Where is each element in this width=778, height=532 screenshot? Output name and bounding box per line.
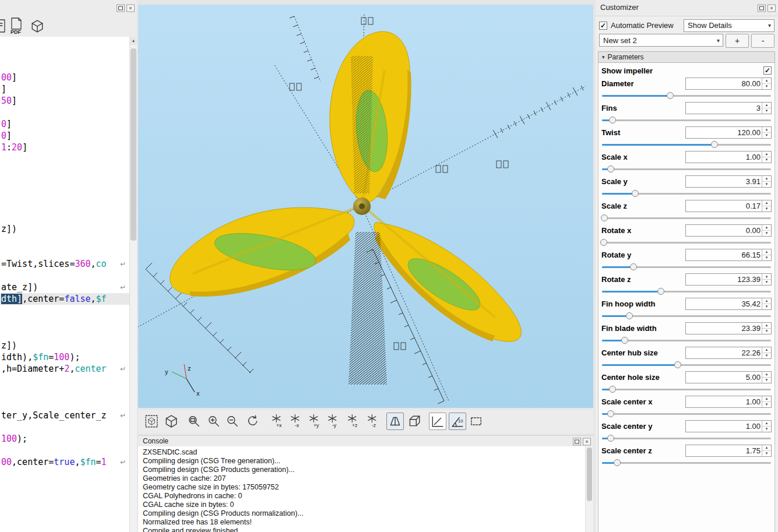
spin-up-icon[interactable]: ▲ — [762, 323, 771, 329]
perspective-button[interactable] — [386, 413, 404, 430]
spin-down-icon[interactable]: ▼ — [762, 206, 771, 212]
console-float-button[interactable] — [573, 438, 581, 445]
spin-up-icon[interactable]: ▲ — [762, 421, 771, 427]
fin-blade-width-spinbox[interactable]: 23.39 ▲▼ — [685, 322, 772, 334]
spin-down-icon[interactable]: ▼ — [762, 157, 771, 163]
slider-handle[interactable] — [614, 459, 621, 466]
spin-up-icon[interactable]: ▲ — [762, 249, 771, 255]
scale-center-y-spinbox[interactable]: 1.00 ▲▼ — [685, 420, 772, 432]
fin-hoop-width-slider[interactable] — [601, 310, 772, 322]
editor-close-button[interactable]: × — [126, 4, 135, 12]
customizer-close-button[interactable]: × — [768, 4, 776, 12]
spin-buttons[interactable]: ▲▼ — [762, 200, 771, 212]
scale-center-z-spinbox[interactable]: 1.75 ▲▼ — [685, 445, 772, 457]
code-editor[interactable]: 00]]50]0]0]1:20]z])=Twist,slices=360,co↵… — [0, 37, 129, 532]
spin-buttons[interactable]: ▲▼ — [762, 347, 771, 358]
rotate-x-spinbox[interactable]: 0.00 ▲▼ — [685, 224, 772, 237]
spin-buttons[interactable]: ▲▼ — [762, 274, 771, 285]
spin-up-icon[interactable]: ▲ — [762, 298, 771, 304]
fins-slider[interactable] — [601, 114, 772, 126]
spin-up-icon[interactable]: ▲ — [762, 274, 771, 280]
spin-buttons[interactable]: ▲▼ — [762, 323, 771, 334]
rotate-y-slider[interactable] — [601, 261, 772, 273]
scale-center-z-slider[interactable] — [601, 457, 772, 468]
slider-handle[interactable] — [609, 386, 616, 393]
rotate-y-spinbox[interactable]: 66.15 ▲▼ — [685, 249, 772, 261]
scale-center-x-spinbox[interactable]: 1.00 ▲▼ — [685, 396, 772, 408]
orthogonal-button[interactable] — [406, 413, 423, 430]
scale-y-slider[interactable] — [601, 188, 772, 199]
spin-down-icon[interactable]: ▼ — [762, 280, 771, 285]
scroll-up-icon[interactable]: ▲ — [130, 37, 137, 45]
spin-up-icon[interactable]: ▲ — [762, 127, 771, 133]
slider-handle[interactable] — [711, 141, 718, 148]
view-plus-x-button[interactable]: +x — [268, 413, 286, 430]
spin-down-icon[interactable]: ▼ — [762, 329, 771, 334]
view-center-button[interactable] — [163, 413, 180, 430]
center-hub-size-slider[interactable] — [601, 359, 772, 371]
scale-x-slider[interactable] — [601, 163, 772, 175]
spin-up-icon[interactable]: ▲ — [762, 200, 771, 206]
fins-spinbox[interactable]: 3 ▲▼ — [685, 102, 772, 114]
spin-up-icon[interactable]: ▲ — [762, 445, 771, 451]
zoom-in-button[interactable] — [205, 413, 223, 430]
select-objects-button[interactable] — [467, 413, 485, 430]
spin-down-icon[interactable]: ▼ — [762, 353, 771, 358]
scale-y-spinbox[interactable]: 3.91 ▲▼ — [685, 175, 772, 188]
parameters-group-header[interactable]: ▾ Parameters — [598, 51, 775, 63]
slider-handle[interactable] — [609, 117, 616, 124]
spin-up-icon[interactable]: ▲ — [762, 78, 771, 84]
center-hole-size-spinbox[interactable]: 5.00 ▲▼ — [685, 371, 772, 383]
measure-distance-button[interactable] — [429, 413, 446, 430]
view-all-button[interactable] — [143, 413, 160, 430]
console-scroll-thumb[interactable] — [587, 448, 592, 501]
spin-down-icon[interactable]: ▼ — [762, 378, 771, 383]
automatic-preview-checkbox[interactable]: ✓ — [599, 22, 607, 30]
view-minus-y-button[interactable]: -y — [324, 413, 342, 430]
slider-handle[interactable] — [600, 239, 607, 246]
slider-handle[interactable] — [607, 410, 614, 417]
scale-center-y-slider[interactable] — [601, 432, 772, 444]
show-details-select[interactable]: Show Details ▾ — [684, 19, 775, 32]
spin-down-icon[interactable]: ▼ — [762, 182, 771, 187]
view-plus-z-button[interactable]: +z — [344, 413, 361, 430]
scale-z-slider[interactable] — [601, 212, 772, 224]
rotate-x-slider[interactable] — [601, 237, 772, 248]
spin-up-icon[interactable]: ▲ — [762, 176, 771, 182]
reset-view-button[interactable] — [244, 413, 261, 430]
console-output[interactable]: ZXSENDtC.scadCompiling design (CSG Tree … — [138, 446, 585, 532]
spin-buttons[interactable]: ▲▼ — [762, 78, 771, 89]
center-hub-size-spinbox[interactable]: 22.26 ▲▼ — [685, 347, 772, 359]
editor-scrollbar[interactable]: ▲ — [129, 37, 137, 532]
view-plus-y-button[interactable]: +y — [305, 413, 323, 430]
spin-down-icon[interactable]: ▼ — [762, 108, 771, 114]
spin-buttons[interactable]: ▲▼ — [762, 176, 771, 187]
spin-buttons[interactable]: ▲▼ — [762, 249, 771, 260]
spin-down-icon[interactable]: ▼ — [762, 133, 771, 138]
console-scrollbar[interactable] — [585, 446, 593, 532]
scale-center-x-slider[interactable] — [601, 408, 772, 420]
scale-x-spinbox[interactable]: 1.00 ▲▼ — [685, 151, 772, 163]
slider-handle[interactable] — [657, 288, 664, 295]
spin-buttons[interactable]: ▲▼ — [762, 396, 771, 407]
rotate-z-spinbox[interactable]: 123.39 ▲▼ — [685, 273, 772, 286]
spin-buttons[interactable]: ▲▼ — [762, 445, 771, 456]
slider-handle[interactable] — [632, 190, 639, 197]
spin-buttons[interactable]: ▲▼ — [762, 298, 771, 309]
spin-down-icon[interactable]: ▼ — [762, 427, 771, 432]
slider-handle[interactable] — [607, 435, 614, 442]
slider-handle[interactable] — [674, 361, 681, 368]
customizer-float-button[interactable] — [758, 4, 766, 12]
editor-scroll-thumb[interactable] — [131, 48, 136, 241]
spin-up-icon[interactable]: ▲ — [762, 396, 771, 402]
fin-hoop-width-spinbox[interactable]: 35.42 ▲▼ — [685, 298, 772, 310]
spin-down-icon[interactable]: ▼ — [762, 451, 771, 456]
twist-spinbox[interactable]: 120.00 ▲▼ — [685, 126, 772, 139]
measure-angle-button[interactable]: 10 — [449, 413, 466, 430]
spin-buttons[interactable]: ▲▼ — [762, 225, 771, 236]
zoom-selection-button[interactable] — [185, 413, 203, 430]
slider-handle[interactable] — [626, 312, 633, 319]
spin-buttons[interactable]: ▲▼ — [762, 103, 771, 114]
show-impeller-checkbox[interactable]: ✓ — [763, 66, 772, 75]
remove-preset-button[interactable]: - — [751, 34, 775, 48]
